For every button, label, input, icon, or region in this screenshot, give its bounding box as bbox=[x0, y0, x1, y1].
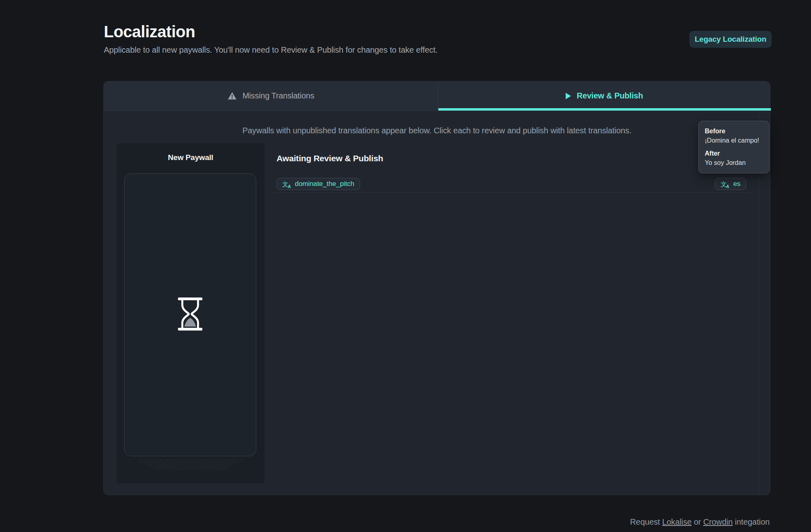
play-icon bbox=[565, 93, 571, 99]
integration-request-text: Request Lokalise or Crowdin integation bbox=[630, 517, 770, 527]
page-title: Localization bbox=[104, 23, 195, 41]
tooltip-after-label: After bbox=[705, 149, 763, 158]
paywall-chip-label: dominate_the_pitch bbox=[295, 180, 354, 188]
translation-preview-tooltip: Before ¡Domina el campo! After Yo soy Jo… bbox=[698, 121, 770, 173]
locale-chip[interactable]: 文A es bbox=[715, 178, 746, 190]
lokalise-link[interactable]: Lokalise bbox=[662, 517, 692, 526]
phone-reflection bbox=[129, 459, 252, 470]
footer-suffix: integation bbox=[733, 517, 770, 526]
intro-text: Paywalls with unpublished translations a… bbox=[104, 126, 770, 135]
tooltip-before-label: Before bbox=[705, 126, 763, 136]
paywall-row: 文A dominate_the_pitch 文A es bbox=[277, 177, 746, 190]
locale-chip-label: es bbox=[733, 180, 740, 188]
tab-review-label: Review & Publish bbox=[577, 91, 643, 100]
footer-middle: or bbox=[692, 517, 704, 526]
awaiting-heading: Awaiting Review & Publish bbox=[277, 154, 383, 163]
paywall-preview-panel: New Paywall bbox=[117, 143, 264, 483]
tooltip-before-value: ¡Domina el campo! bbox=[705, 136, 763, 145]
row-divider bbox=[273, 192, 751, 193]
phone-mockup bbox=[124, 173, 256, 456]
footer-prefix: Request bbox=[630, 517, 662, 526]
active-tab-underline bbox=[438, 108, 771, 111]
warning-icon bbox=[227, 92, 237, 100]
translate-icon: 文A bbox=[282, 181, 291, 188]
preview-title: New Paywall bbox=[117, 153, 264, 162]
paywall-chip[interactable]: 文A dominate_the_pitch bbox=[277, 178, 360, 190]
tab-missing-translations[interactable]: Missing Translations bbox=[104, 81, 438, 110]
tooltip-after-value: Yo soy Jordan bbox=[705, 158, 763, 167]
hourglass-icon bbox=[178, 297, 203, 332]
tab-review-publish[interactable]: Review & Publish bbox=[438, 81, 770, 110]
localization-card: Missing Translations Review & Publish Pa… bbox=[103, 81, 770, 495]
translate-icon: 文A bbox=[721, 181, 729, 188]
crowdin-link[interactable]: Crowdin bbox=[703, 517, 733, 526]
legacy-localization-button[interactable]: Legacy Localization bbox=[689, 31, 772, 48]
tab-missing-label: Missing Translations bbox=[242, 91, 314, 100]
page-subtitle: Applicable to all new paywalls. You'll n… bbox=[104, 45, 438, 55]
legacy-localization-button-label: Legacy Localization bbox=[695, 35, 766, 44]
localization-page: Localization Applicable to all new paywa… bbox=[0, 0, 811, 532]
tab-bar: Missing Translations Review & Publish bbox=[104, 81, 770, 111]
